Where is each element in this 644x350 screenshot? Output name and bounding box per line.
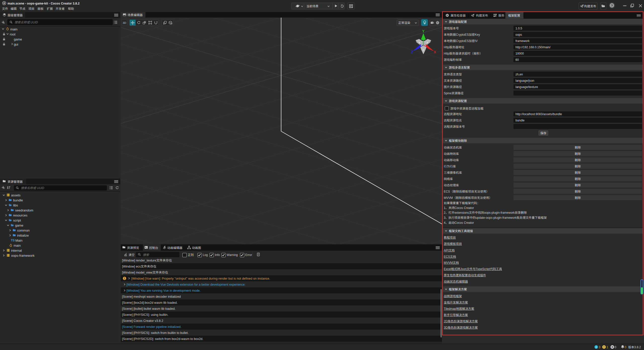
svg-text:X: X [434, 49, 436, 54]
svg-text:i: i [596, 346, 597, 348]
svg-text:Y: Y [422, 28, 425, 33]
svg-text:Z: Z [411, 49, 413, 54]
